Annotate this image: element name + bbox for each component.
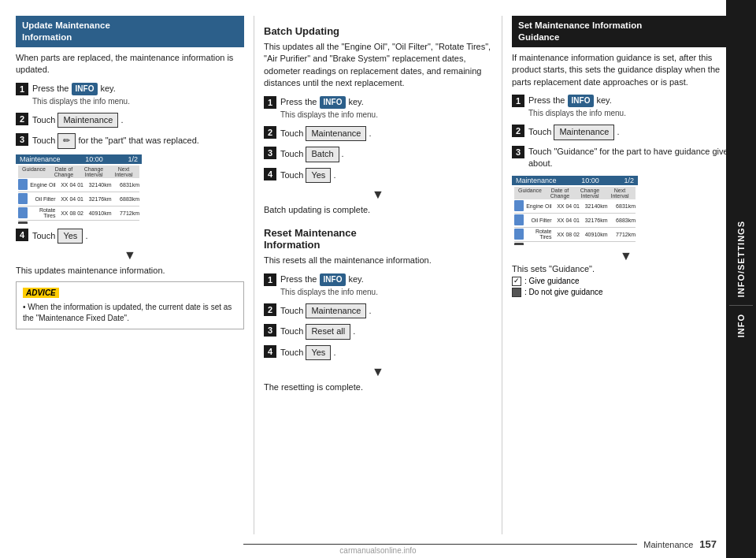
advice-text: • When the information is updated, the c… <box>23 302 237 324</box>
screen-time-1: 10:00 <box>85 155 103 163</box>
batch-step3: 3 Touch Batch . <box>264 147 492 162</box>
footer-section: Maintenance <box>643 540 693 549</box>
reset-step3-text: Touch Reset all . <box>280 324 492 339</box>
col3: Set Maintenance InformationGuidance If m… <box>502 16 740 534</box>
footer-page-num: 157 <box>699 538 717 550</box>
right-sidebar: INFO/SETTINGS INFO <box>726 0 756 558</box>
reset-step1-text: Press the INFO key. This displays the in… <box>280 273 492 298</box>
col3-step3: 3 Touch "Guidance" for the part to have … <box>512 146 740 170</box>
reset-arrow: ▼ <box>264 366 492 378</box>
screen-time-2: 10:00 <box>581 177 599 184</box>
reset-step3: 3 Touch Reset all . <box>264 324 492 339</box>
col3-step2-text: Touch Maintenance . <box>528 125 740 140</box>
screen2-row-3: Rotate Tires XX 08 02 40910km 7712km <box>514 228 636 242</box>
screen-titlebar-1: Maintenance 10:00 1/2 <box>16 154 142 164</box>
batch-step4: 4 Touch Yes . <box>264 168 492 183</box>
batch-step4-text: Touch Yes . <box>280 168 492 183</box>
screen-header-row: Guidance Date of Change Change Interval … <box>18 166 139 178</box>
reset-title: Reset MaintenanceInformation <box>264 227 492 251</box>
step-num-3: 3 <box>16 133 28 146</box>
screen-title-1: Maintenance <box>20 155 61 163</box>
edit-btn: ✏ <box>57 133 76 148</box>
batch-step2-text: Touch Maintenance . <box>280 126 492 141</box>
col1-step3: 3 Touch ✏ for the "part" that was replac… <box>16 133 244 148</box>
step3-text: Touch ✏ for the "part" that was replaced… <box>32 133 244 148</box>
legend-checked-box <box>512 277 521 286</box>
batch-arrow: ▼ <box>264 188 492 201</box>
step4-text: Touch Yes . <box>32 229 244 244</box>
footer-line <box>243 544 637 545</box>
batch-step1: 1 Press the INFO key. This displays the … <box>264 96 492 121</box>
sidebar-divider <box>729 305 753 306</box>
step-num-4: 4 <box>16 229 28 241</box>
col3-header: Set Maintenance InformationGuidance <box>512 16 740 47</box>
maintenance-btn-1: Maintenance <box>57 113 118 128</box>
reset-all-btn: Reset all <box>306 324 350 339</box>
guidance-icon2-1 <box>514 200 524 211</box>
yes-btn-3: Yes <box>306 345 331 360</box>
advice-box: ADVICE • When the information is updated… <box>16 281 244 329</box>
col1-step1: 1 Press the INFO key. This displays the … <box>16 83 244 107</box>
col2: Batch Updating This updates all the "Eng… <box>254 16 502 534</box>
screen-row-2: Oil Filter XX 04 01 32176km 6883km <box>18 192 139 206</box>
advice-header: ADVICE <box>23 288 59 298</box>
col1-step2: 2 Touch Maintenance . <box>16 113 244 128</box>
batch-step-num-2: 2 <box>264 126 276 139</box>
yes-btn-2: Yes <box>306 168 331 183</box>
col1: Update MaintenanceInformation When parts… <box>16 16 254 534</box>
guidance-icon2-2 <box>514 214 524 225</box>
batch-step3-text: Touch Batch . <box>280 147 492 162</box>
screen2-row-4: A/C Filter XX 02 03 81910km 11806km <box>514 242 636 245</box>
screen-image-2: Maintenance 10:00 1/2 Guidance Date of C… <box>512 176 638 245</box>
batch-btn: Batch <box>306 147 339 162</box>
reset-step4: 4 Touch Yes . <box>264 345 492 360</box>
watermark: carmanualsonline.info <box>339 546 416 555</box>
sidebar-info-settings: INFO/SETTINGS <box>736 216 746 302</box>
batch-info-key-1: INFO <box>320 96 346 109</box>
guidance-icon-3 <box>18 207 28 218</box>
sets-guidance: This sets "Guidance". <box>512 264 740 273</box>
maintenance-btn-4: Maintenance <box>554 125 614 140</box>
reset-step1: 1 Press the INFO key. This displays the … <box>264 273 492 298</box>
col3-step-num-2: 2 <box>512 125 524 137</box>
sidebar-info: INFO <box>736 309 746 342</box>
col3-body: If maintenance information guidance is s… <box>512 52 740 88</box>
reset-step2-text: Touch Maintenance . <box>280 303 492 318</box>
reset-step-num-4: 4 <box>264 345 276 358</box>
reset-step4-text: Touch Yes . <box>280 345 492 360</box>
guidance-icon2-4 <box>514 243 524 245</box>
page-footer: Maintenance 157 <box>243 538 717 550</box>
maintenance-btn-2: Maintenance <box>306 126 366 141</box>
legend-item-2: : Do not give guidance <box>512 288 740 297</box>
screen-image-1: Maintenance 10:00 1/2 Guidance Date of C… <box>16 154 142 224</box>
col3-step-num-3: 3 <box>512 146 524 158</box>
batch-complete: Batch updating is complete. <box>264 205 492 214</box>
col1-body: When parts are replaced, the maintenance… <box>16 52 244 76</box>
screen-row-1: Engine Oil XX 04 01 32140km 6831km <box>18 178 139 192</box>
yes-btn-1: Yes <box>57 229 83 244</box>
reset-step-num-2: 2 <box>264 303 276 316</box>
guidance-icon2-3 <box>514 229 524 240</box>
step-num-1: 1 <box>16 83 28 95</box>
guidance-icon-4 <box>18 221 28 224</box>
col1-step4: 4 Touch Yes . <box>16 229 244 244</box>
screen-body-1: Guidance Date of Change Change Interval … <box>16 164 142 224</box>
maintenance-btn-3: Maintenance <box>306 303 366 318</box>
step1-text: Press the INFO key. This displays the in… <box>32 83 244 107</box>
screen-titlebar-2: Maintenance 10:00 1/2 <box>512 176 638 185</box>
screen-row-4: A/C Filter XX 02 03 81910km 11806km <box>18 221 139 224</box>
screen-page-1: 1/2 <box>128 155 138 163</box>
col3-step1-text: Press the INFO key. This displays the in… <box>528 95 740 119</box>
batch-step2: 2 Touch Maintenance . <box>264 126 492 141</box>
col3-step1: 1 Press the INFO key. This displays the … <box>512 95 740 119</box>
guidance-icon-1 <box>18 179 28 190</box>
legend-text-2: : Do not give guidance <box>524 288 603 296</box>
legend-filled-box <box>512 288 521 297</box>
batch-title: Batch Updating <box>264 25 492 37</box>
reset-step-num-1: 1 <box>264 273 276 286</box>
col1-completion: This updates maintenance information. <box>16 266 244 275</box>
col3-arrow: ▼ <box>512 250 740 262</box>
col3-step2: 2 Touch Maintenance . <box>512 125 740 140</box>
col3-step3-text: Touch "Guidance" for the part to have gu… <box>528 146 740 170</box>
legend-item-1: : Give guidance <box>512 277 740 286</box>
